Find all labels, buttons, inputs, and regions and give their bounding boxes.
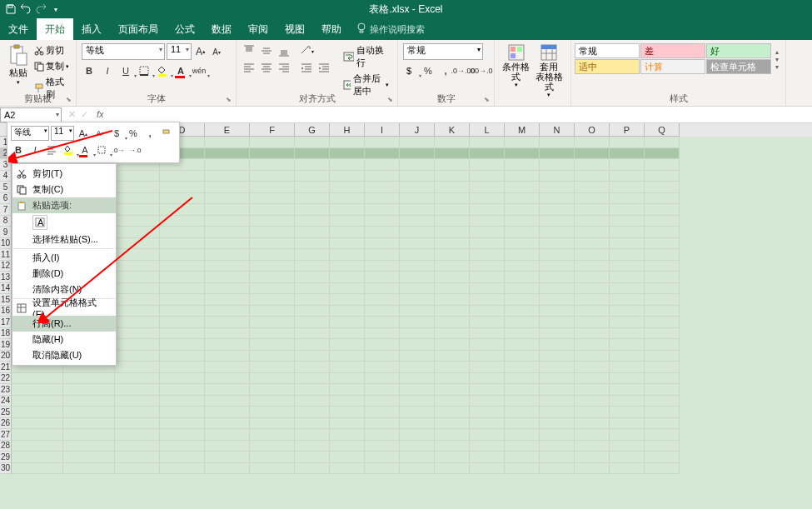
mini-border-icon[interactable] [94,142,109,157]
cell[interactable] [435,193,470,205]
mini-accounting-icon[interactable]: $ [109,126,124,141]
cell[interactable] [250,339,295,351]
cell[interactable] [435,407,470,418]
row-head[interactable]: 7 [0,204,12,216]
cell[interactable] [610,362,645,373]
align-middle-icon[interactable] [259,43,274,58]
cell[interactable] [575,396,610,407]
cell[interactable] [505,294,540,306]
cell[interactable] [115,182,160,193]
align-top-icon[interactable] [242,43,257,58]
percent-icon[interactable]: % [421,63,436,78]
bold-button[interactable]: B [82,63,97,78]
cell[interactable] [160,396,205,407]
cell[interactable] [435,249,470,261]
cm-row-height[interactable]: 行高(R)... [12,316,116,332]
cell[interactable] [330,148,365,160]
cell[interactable] [115,216,160,227]
cell[interactable] [540,272,575,283]
cell[interactable] [435,216,470,227]
cell[interactable] [470,362,505,373]
cell[interactable] [540,463,575,475]
cell[interactable] [330,216,365,227]
cell[interactable] [505,159,540,171]
cell[interactable] [330,463,365,475]
row-head[interactable]: 19 [0,339,12,351]
cell[interactable] [330,238,365,250]
cell[interactable] [160,452,205,463]
cell[interactable] [435,204,470,216]
cell[interactable] [610,396,645,407]
style-good[interactable]: 好 [706,43,771,58]
cell[interactable] [400,283,435,295]
cell[interactable] [610,339,645,351]
cell[interactable] [505,283,540,295]
cell[interactable] [610,272,645,283]
cell[interactable] [645,261,680,272]
cell[interactable] [575,261,610,272]
cell[interactable] [400,182,435,193]
cell[interactable] [295,373,330,385]
cell[interactable] [435,227,470,238]
cell[interactable] [160,204,205,216]
cell[interactable] [330,328,365,340]
tab-help[interactable]: 帮助 [313,18,350,40]
grow-font-icon[interactable]: A▴ [193,44,208,59]
cell[interactable] [330,418,365,430]
cell[interactable] [645,272,680,283]
cell[interactable] [400,418,435,430]
cell[interactable] [295,328,330,340]
cell[interactable] [295,272,330,283]
mini-shrink-font-icon[interactable]: A▾ [92,126,107,141]
cell[interactable] [205,238,250,250]
cell[interactable] [330,452,365,463]
cell[interactable] [115,452,160,463]
cell[interactable] [540,261,575,272]
enter-formula-icon[interactable]: ✓ [81,109,88,120]
number-format-combo[interactable]: 常规 [403,43,483,60]
cell[interactable] [205,148,250,160]
cell[interactable] [575,384,610,396]
orientation-icon[interactable]: ▾ [299,43,314,58]
cell[interactable] [12,396,63,407]
font-launcher-icon[interactable]: ⬊ [226,96,234,104]
col-head-G[interactable]: G [295,123,330,137]
conditional-format-button[interactable]: 条件格式▾ [500,43,533,98]
cell[interactable] [575,137,610,148]
row-head[interactable]: 21 [0,362,12,373]
cell[interactable] [330,351,365,362]
cell[interactable] [610,429,645,441]
cell[interactable] [400,137,435,148]
cell[interactable] [435,171,470,182]
cell[interactable] [160,317,205,328]
tab-insert[interactable]: 插入 [73,18,110,40]
cell[interactable] [63,373,115,385]
cell[interactable] [470,193,505,205]
cell[interactable] [205,317,250,328]
cell[interactable] [115,328,160,340]
cell[interactable] [250,373,295,385]
cell[interactable] [250,362,295,373]
cell[interactable] [330,396,365,407]
cell[interactable] [575,159,610,171]
cell[interactable] [115,283,160,295]
cell[interactable] [400,249,435,261]
cell[interactable] [365,182,400,193]
cell[interactable] [12,407,63,418]
cell[interactable] [250,261,295,272]
cell[interactable] [645,384,680,396]
cell[interactable] [540,429,575,441]
cm-clear[interactable]: 清除内容(N) [12,282,116,297]
cell[interactable] [470,238,505,250]
cell[interactable] [540,204,575,216]
underline-button[interactable]: U [118,63,133,78]
undo-icon[interactable] [20,3,32,15]
row-head[interactable]: 22 [0,373,12,385]
cell[interactable] [365,249,400,261]
cell[interactable] [470,407,505,418]
col-head-M[interactable]: M [505,123,540,137]
cell[interactable] [470,429,505,441]
cell[interactable] [205,193,250,205]
cell[interactable] [205,339,250,351]
cell[interactable] [645,396,680,407]
